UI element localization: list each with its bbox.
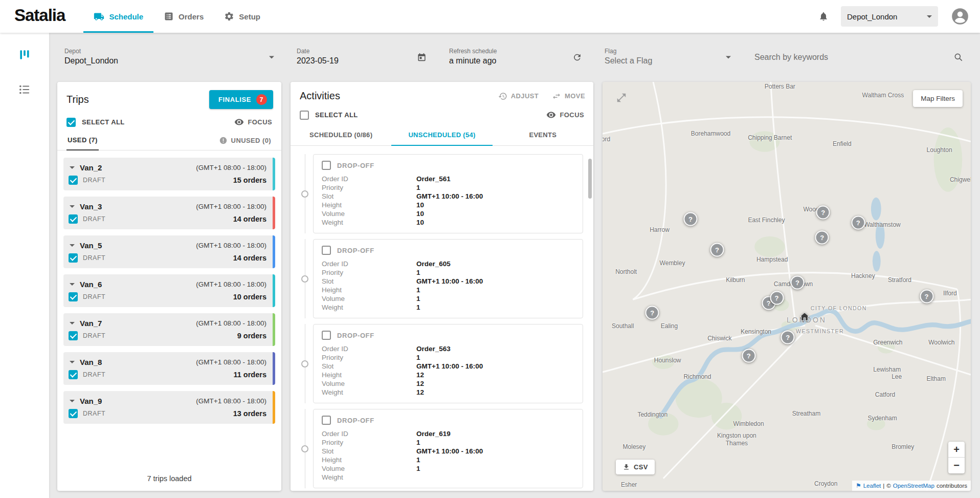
nav-tab-orders[interactable]: Orders: [153, 0, 214, 33]
trips-list: Van_2 (GMT+1 08:00 - 18:00) DRAFT 15 ord…: [57, 150, 281, 467]
refresh-icon[interactable]: [572, 53, 582, 62]
focus-label: FOCUS: [560, 111, 585, 119]
expand-trip-icon[interactable]: [70, 166, 75, 169]
expand-trip-icon[interactable]: [70, 283, 75, 286]
depot-filter[interactable]: Depot Depot_London: [57, 43, 280, 72]
tab-used[interactable]: USED (7): [66, 133, 99, 150]
field-label-order-id: Order ID: [322, 344, 416, 353]
expand-trip-icon[interactable]: [70, 322, 75, 324]
trip-checkbox[interactable]: [69, 176, 78, 185]
activities-scrollbar[interactable]: [588, 159, 592, 199]
trips-focus-toggle[interactable]: FOCUS: [234, 117, 273, 127]
trip-card[interactable]: Van_2 (GMT+1 08:00 - 18:00) DRAFT 15 ord…: [63, 158, 275, 190]
zoom-out-button[interactable]: −: [948, 458, 965, 473]
adjust-button[interactable]: ADJUST: [498, 92, 539, 101]
orders-list-icon: [164, 11, 174, 21]
trips-select-all[interactable]: SELECT ALL: [66, 118, 125, 127]
weight-value: 12: [416, 388, 424, 397]
activity-card[interactable]: DROP-OFF Order IDOrder_561 Priority1 Slo…: [313, 154, 583, 233]
question-marker[interactable]: ?: [742, 349, 755, 363]
osm-link[interactable]: OpenStreetMap: [893, 483, 934, 489]
activity-timeline: [299, 324, 313, 403]
trip-time-window: (GMT+1 08:00 - 18:00): [196, 280, 266, 288]
activity-card[interactable]: DROP-OFF Order IDOrder_619 Priority1 Slo…: [313, 409, 583, 488]
nav-tab-setup[interactable]: Setup: [214, 0, 271, 33]
trip-checkbox[interactable]: [69, 292, 78, 301]
tab-scheduled[interactable]: SCHEDULED (0/86): [291, 126, 391, 146]
trip-card[interactable]: Van_7 (GMT+1 08:00 - 18:00) DRAFT 9 orde…: [63, 313, 275, 346]
trip-card[interactable]: Van_9 (GMT+1 08:00 - 18:00) DRAFT 13 ord…: [63, 391, 275, 424]
activity-checkbox[interactable]: [322, 246, 331, 255]
trip-card[interactable]: Van_5 (GMT+1 08:00 - 18:00) DRAFT 14 ord…: [63, 235, 275, 268]
trip-checkbox[interactable]: [69, 253, 78, 263]
trip-time-window: (GMT+1 08:00 - 18:00): [196, 397, 266, 405]
question-marker[interactable]: ?: [816, 205, 830, 219]
map-container[interactable]: Potters BarWaltham CrossordBorehamwoodCh…: [603, 82, 971, 491]
trips-tabs: USED (7) UNUSED (0): [57, 133, 281, 150]
depot-home-marker[interactable]: [799, 311, 810, 322]
activity-card[interactable]: DROP-OFF Order IDOrder_605 Priority1 Slo…: [313, 239, 583, 318]
trip-time-window: (GMT+1 08:00 - 18:00): [196, 203, 266, 210]
trip-card[interactable]: Van_8 (GMT+1 08:00 - 18:00) DRAFT 11 ord…: [63, 352, 275, 385]
tab-events[interactable]: EVENTS: [493, 126, 593, 146]
expand-trip-icon[interactable]: [70, 205, 75, 208]
tab-unused[interactable]: UNUSED (0): [218, 133, 272, 150]
trip-checkbox[interactable]: [69, 214, 78, 224]
depot-quick-select[interactable]: Depot_London: [841, 6, 938, 27]
trip-checkbox[interactable]: [69, 409, 78, 418]
order-id-value: Order_563: [416, 344, 451, 353]
trips-view-icon[interactable]: [18, 48, 31, 61]
question-marker[interactable]: ?: [815, 231, 829, 245]
tab-unscheduled[interactable]: UNSCHEDULED (54): [391, 126, 492, 146]
trip-checkbox[interactable]: [69, 331, 78, 340]
activities-focus-toggle[interactable]: FOCUS: [546, 110, 585, 120]
question-marker[interactable]: ?: [710, 243, 724, 257]
move-button[interactable]: MOVE: [552, 92, 585, 101]
question-marker[interactable]: ?: [920, 289, 933, 303]
question-marker[interactable]: ?: [645, 306, 659, 319]
user-avatar[interactable]: [950, 7, 970, 26]
question-marker[interactable]: ?: [790, 275, 804, 289]
trip-checkbox[interactable]: [69, 370, 78, 379]
search-icon[interactable]: [953, 52, 964, 62]
field-label-volume: Volume: [322, 379, 416, 388]
order-id-value: Order_605: [416, 259, 451, 268]
refresh-schedule-control[interactable]: Refresh schedule a minute ago: [442, 43, 588, 72]
question-marker[interactable]: ?: [770, 291, 784, 305]
activity-checkbox[interactable]: [322, 331, 331, 340]
trip-card[interactable]: Van_6 (GMT+1 08:00 - 18:00) DRAFT 10 ord…: [63, 274, 275, 307]
activities-select-all[interactable]: SELECT ALL: [300, 111, 358, 120]
activity-checkbox[interactable]: [322, 161, 331, 170]
trips-footer: 7 trips loaded: [57, 467, 281, 491]
activity-type-label: DROP-OFF: [337, 332, 374, 339]
expand-map-icon[interactable]: [616, 92, 627, 103]
date-filter[interactable]: Date 2023-05-19: [289, 43, 433, 72]
zoom-in-button[interactable]: +: [948, 442, 965, 458]
field-label-height: Height: [322, 456, 416, 464]
nav-tab-schedule[interactable]: Schedule: [83, 0, 153, 33]
csv-export-button[interactable]: CSV: [616, 460, 655, 474]
finalise-button[interactable]: FINALISE 7: [209, 90, 273, 109]
activities-view-icon[interactable]: [18, 83, 31, 96]
leaflet-link[interactable]: Leaflet: [863, 483, 881, 489]
expand-trip-icon[interactable]: [70, 361, 75, 363]
slot-value: GMT+1 10:00 - 16:00: [416, 277, 483, 286]
search-input[interactable]: [746, 43, 971, 72]
trip-card[interactable]: Van_3 (GMT+1 08:00 - 18:00) DRAFT 14 ord…: [63, 197, 275, 229]
select-all-checkbox[interactable]: [66, 118, 76, 127]
notification-bell-icon[interactable]: [818, 11, 829, 21]
expand-trip-icon[interactable]: [70, 244, 75, 247]
expand-trip-icon[interactable]: [70, 400, 75, 402]
trip-orders-count: 14 orders: [233, 215, 266, 223]
activity-card[interactable]: DROP-OFF Order IDOrder_563 Priority1 Slo…: [313, 324, 583, 403]
select-all-checkbox[interactable]: [300, 111, 309, 120]
flag-filter[interactable]: Flag Select a Flag: [597, 43, 737, 72]
timeline-node-icon: [301, 190, 308, 198]
question-marker[interactable]: ?: [684, 212, 698, 226]
eye-icon: [546, 110, 556, 120]
activity-checkbox[interactable]: [322, 416, 331, 425]
map-filters-button[interactable]: Map Filters: [913, 90, 963, 107]
question-marker[interactable]: ?: [851, 215, 865, 229]
eye-icon: [234, 117, 244, 127]
question-marker[interactable]: ?: [781, 331, 795, 344]
